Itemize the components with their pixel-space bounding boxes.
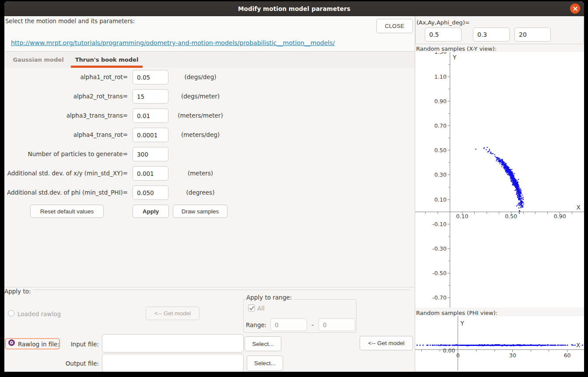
svg-text:-0.70: -0.70 bbox=[432, 294, 446, 301]
output-file-label: Output file: bbox=[57, 360, 99, 367]
param-unit-0: (degs/deg) bbox=[165, 73, 235, 80]
range-to-input[interactable]: 0 bbox=[318, 318, 355, 331]
rawlog-in-file-label: Rawlog in file: bbox=[18, 341, 60, 348]
svg-text:0.90: 0.90 bbox=[434, 98, 447, 105]
param-label-5: Additional std. dev. of x/y (min_std_XY)… bbox=[4, 170, 128, 177]
param-input-2[interactable]: 0.01 bbox=[133, 108, 168, 123]
all-checkbox-label: All bbox=[257, 305, 265, 312]
svg-text:Y: Y bbox=[452, 54, 457, 61]
ax-input[interactable]: 0.5 bbox=[425, 28, 462, 42]
tab-gaussian-model[interactable]: Gaussian model bbox=[10, 52, 67, 67]
draw-samples-button[interactable]: Draw samples bbox=[173, 205, 228, 218]
param-unit-1: (degs/meter) bbox=[165, 93, 235, 100]
svg-text:-0.30: -0.30 bbox=[432, 245, 446, 252]
loaded-rawlog-radio[interactable] bbox=[8, 310, 14, 317]
right-panel: (Ax,Ay,Aphi_deg)= 0.5 0.3 20 Random samp… bbox=[415, 16, 584, 372]
phi-plot-axes: 030600.00YX bbox=[415, 316, 584, 370]
tab-strip: Gaussian modelThrun's book model bbox=[4, 51, 415, 68]
select-input-file-button[interactable]: Select... bbox=[245, 336, 281, 351]
phi-plot-title: Random samples (PHI view): bbox=[416, 310, 497, 316]
xy-samples-plot[interactable]: 1.301.100.900.700.500.300.10-0.10-0.30-0… bbox=[415, 52, 584, 307]
apply-to-group-label: Apply to: bbox=[4, 288, 33, 295]
svg-text:0.30: 0.30 bbox=[434, 171, 447, 178]
ay-input[interactable]: 0.3 bbox=[473, 28, 510, 42]
left-panel: Select the motion model and its paramete… bbox=[4, 16, 415, 372]
svg-text:0.50: 0.50 bbox=[505, 213, 517, 220]
phi-sample-points bbox=[416, 344, 583, 346]
reset-default-values-button[interactable]: Reset default values bbox=[30, 205, 104, 218]
model-form: Reset default values Apply Draw samples … bbox=[4, 68, 415, 372]
window-close-button[interactable] bbox=[570, 3, 580, 14]
desktop-background: {"window":{"title":"Modify motion model … bbox=[0, 0, 588, 377]
svg-text:0.50: 0.50 bbox=[434, 147, 447, 154]
phi-samples-plot[interactable]: 030600.00YX bbox=[415, 316, 584, 370]
param-label-2: alpha3_trans_trans= bbox=[4, 112, 128, 119]
param-unit-6: (degrees) bbox=[165, 189, 235, 196]
window-title: Modify motion model parameters bbox=[238, 5, 350, 12]
checkmark-icon bbox=[249, 306, 255, 311]
select-output-file-button[interactable]: Select... bbox=[247, 356, 283, 371]
dialog-window: Modify motion model parameters Select th… bbox=[4, 1, 584, 372]
xy-sample-points bbox=[475, 147, 524, 214]
svg-text:0.10: 0.10 bbox=[434, 196, 447, 203]
all-checkbox[interactable] bbox=[248, 304, 255, 311]
xy-plot-axes: 1.301.100.900.700.500.300.10-0.10-0.30-0… bbox=[415, 52, 584, 307]
svg-text:0.10: 0.10 bbox=[456, 213, 469, 220]
param-label-3: alpha4_trans_rot= bbox=[4, 131, 128, 138]
svg-text:1.30: 1.30 bbox=[434, 52, 447, 55]
input-file-label: Input file: bbox=[57, 341, 99, 348]
tab-thrun-s-book-model[interactable]: Thrun's book model bbox=[71, 52, 143, 67]
svg-text:Y: Y bbox=[460, 320, 465, 327]
instruction-text: Select the motion model and its paramete… bbox=[5, 18, 135, 24]
apply-to-frame-line bbox=[32, 290, 410, 290]
range-label: Range: bbox=[246, 321, 266, 328]
svg-text:-0.10: -0.10 bbox=[432, 221, 446, 227]
range-dash: - bbox=[312, 321, 314, 328]
param-input-1[interactable]: 15 bbox=[133, 89, 168, 104]
range-from-input[interactable]: 0 bbox=[270, 318, 307, 331]
param-unit-3: (meters/deg) bbox=[165, 131, 235, 138]
svg-text:X: X bbox=[576, 342, 580, 349]
svg-text:0.70: 0.70 bbox=[434, 122, 447, 129]
apply-to-separator bbox=[4, 287, 415, 287]
titlebar[interactable]: Modify motion model parameters bbox=[4, 1, 584, 16]
svg-text:-0.50: -0.50 bbox=[432, 270, 446, 276]
input-file-field[interactable] bbox=[102, 334, 244, 353]
svg-text:0.00: 0.00 bbox=[443, 347, 455, 354]
param-label-1: alpha2_rot_trans= bbox=[4, 93, 128, 100]
close-dialog-button[interactable]: CLOSE bbox=[376, 19, 413, 33]
svg-text:0: 0 bbox=[456, 352, 460, 359]
param-input-4[interactable]: 300 bbox=[133, 147, 168, 161]
rawlog-in-file-radio[interactable] bbox=[8, 339, 15, 346]
apply-button[interactable]: Apply bbox=[133, 205, 169, 218]
param-unit-5: (meters) bbox=[165, 170, 235, 177]
param-unit-2: (meters/meter) bbox=[165, 112, 235, 119]
svg-text:1.10: 1.10 bbox=[434, 73, 447, 80]
svg-text:0.90: 0.90 bbox=[554, 213, 566, 220]
mrpt-tutorial-link[interactable]: http://www.mrpt.org/tutorials/programmin… bbox=[11, 39, 335, 46]
loaded-rawlog-label: Loaded rawlog bbox=[18, 311, 61, 318]
header-strip: Select the motion model and its paramete… bbox=[4, 16, 415, 51]
pose-increment-label: (Ax,Ay,Aphi_deg)= bbox=[416, 19, 470, 26]
param-label-4: Number of particles to generate= bbox=[4, 150, 128, 157]
param-label-0: alpha1_rot_rot= bbox=[4, 73, 128, 80]
xy-plot-title: Random samples (X-Y view): bbox=[416, 45, 497, 52]
aphi-input[interactable]: 20 bbox=[514, 28, 551, 42]
svg-text:30: 30 bbox=[509, 352, 516, 359]
param-input-6[interactable]: 0.050 bbox=[133, 185, 168, 200]
svg-text:60: 60 bbox=[564, 352, 571, 359]
param-input-3[interactable]: 0.0001 bbox=[133, 128, 168, 142]
get-model-bottom-button[interactable]: <-- Get model bbox=[360, 336, 413, 350]
apply-to-range-label: Apply to range: bbox=[246, 294, 294, 301]
output-file-field[interactable] bbox=[102, 354, 244, 372]
param-label-6: Additional std.dev. of phi (min_std_PHI)… bbox=[4, 189, 128, 196]
param-input-5[interactable]: 0.001 bbox=[133, 166, 168, 181]
svg-text:X: X bbox=[576, 204, 580, 211]
get-model-top-button[interactable]: <-- Get model bbox=[146, 307, 200, 320]
param-input-0[interactable]: 0.05 bbox=[133, 70, 168, 84]
